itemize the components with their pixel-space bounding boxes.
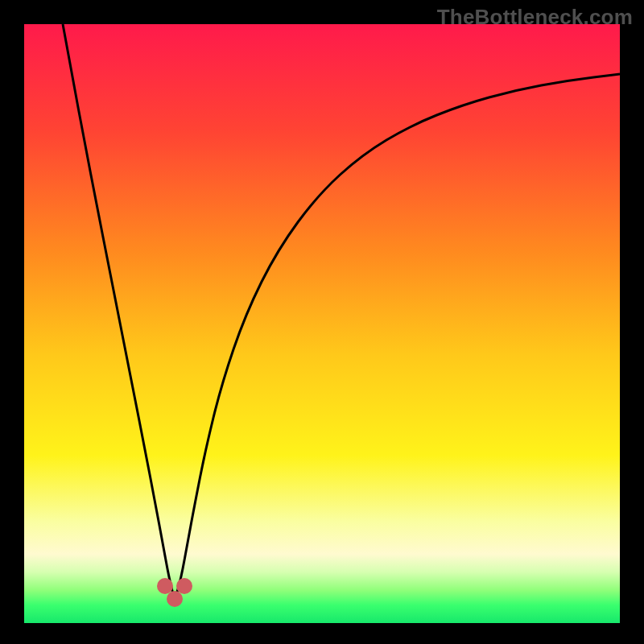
marker-min-right — [176, 578, 192, 594]
marker-min-bottom — [167, 591, 183, 607]
plot-area — [24, 24, 620, 623]
gradient-background — [24, 24, 620, 623]
outer-frame: TheBottleneck.com — [0, 0, 644, 644]
watermark-text: TheBottleneck.com — [437, 5, 633, 30]
chart-svg — [24, 24, 620, 623]
marker-min-left — [157, 578, 173, 594]
